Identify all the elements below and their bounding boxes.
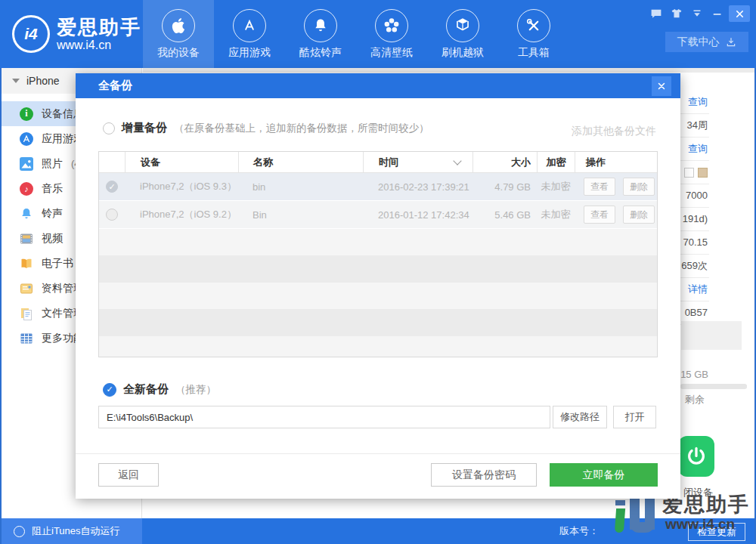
nav-wallpapers[interactable]: 高清壁纸: [356, 0, 427, 68]
window-controls: [647, 5, 750, 22]
color-swatch: [684, 168, 694, 178]
dialog-close-button[interactable]: [652, 76, 671, 96]
delete-button[interactable]: 删除: [623, 178, 655, 196]
view-button[interactable]: 查看: [584, 206, 615, 224]
minimize-icon[interactable]: [708, 5, 727, 22]
app-logo: i4 爱思助手 www.i4.cn: [12, 15, 141, 53]
chevron-down-icon: [12, 79, 20, 83]
col-encrypted: 加密: [537, 152, 575, 172]
fresh-backup-radio-checked[interactable]: ✓: [103, 383, 116, 397]
view-button[interactable]: 查看: [584, 178, 615, 196]
col-size: 大小: [472, 152, 537, 172]
tools-icon: [517, 9, 550, 42]
col-device: 设备: [125, 152, 238, 172]
col-name: 名称: [238, 152, 363, 172]
top-bar: i4 爱思助手 www.i4.cn 我的设备 应用游戏: [0, 0, 756, 68]
window-border-left: [0, 68, 2, 544]
close-icon: [656, 81, 667, 91]
delete-button[interactable]: 删除: [623, 206, 655, 224]
footer-divider: [76, 453, 680, 454]
modify-path-button[interactable]: 修改路径: [553, 406, 607, 428]
nav-label: 高清壁纸: [370, 46, 413, 60]
nav-label: 工具箱: [518, 46, 550, 60]
music-icon: ♪: [20, 182, 33, 196]
col-time-sort[interactable]: 时间: [363, 152, 472, 172]
close-icon[interactable]: [729, 5, 750, 22]
dialog-title-bar: 全备份: [76, 73, 680, 98]
full-backup-dialog: 全备份 增量备份 （在原备份基础上，追加新的备份数据，所需时间较少） 添加其他备…: [76, 73, 680, 499]
backup-now-button[interactable]: 立即备份: [550, 463, 658, 487]
feedback-icon[interactable]: [647, 5, 665, 22]
incremental-radio[interactable]: [103, 122, 115, 134]
row-time: 2016-02-23 17:39:21: [363, 181, 472, 193]
i4-watermark: 爱思助手 www.i4.cn: [615, 493, 750, 534]
row-device: iPhone7,2（iOS 9.3）: [125, 180, 238, 193]
row-encrypted: 未加密: [537, 180, 575, 193]
backup-path-input[interactable]: [98, 406, 550, 428]
row-encrypted: 未加密: [537, 208, 575, 221]
free-space-label: 剩余: [685, 393, 705, 406]
main-nav: 我的设备 应用游戏 酷炫铃声 高清壁纸: [143, 0, 569, 68]
nav-my-devices[interactable]: 我的设备: [143, 0, 214, 68]
backup-table: 设备 名称 时间 大小 加密 操作 ✓ iPhone7,2（iOS 9.3） b…: [98, 151, 658, 357]
data-icon: [20, 282, 33, 295]
row-radio-checked[interactable]: ✓: [106, 181, 118, 193]
appstore-icon: [233, 9, 266, 42]
fresh-backup-label: 全新备份: [123, 382, 169, 397]
i4-logo: i4: [12, 15, 50, 53]
shutdown-device-button[interactable]: [678, 436, 714, 477]
brand-url: www.i4.cn: [57, 38, 141, 52]
dialog-title: 全备份: [98, 79, 132, 93]
storage-progress-bar: [680, 384, 747, 389]
nav-label: 我的设备: [157, 46, 200, 60]
row-device: iPhone7,2（iOS 9.2）: [125, 208, 238, 221]
table-empty-row: [99, 255, 657, 283]
brand-name: 爱思助手: [57, 17, 141, 38]
row-radio[interactable]: [106, 209, 118, 221]
battery-diagram-fragment: [681, 321, 742, 350]
color-swatch: [698, 168, 708, 178]
video-icon: [20, 232, 33, 246]
add-backup-files-link[interactable]: 添加其他备份文件: [572, 125, 656, 138]
back-button[interactable]: 返回: [98, 463, 159, 487]
download-center-button[interactable]: 下载中心: [665, 32, 748, 52]
table-row[interactable]: iPhone7,2（iOS 9.2） Bin 2016-01-12 17:42:…: [99, 201, 657, 229]
files-icon: [20, 307, 33, 320]
nav-toolbox[interactable]: 工具箱: [498, 0, 569, 68]
row-size: 5.46 GB: [472, 209, 537, 221]
caret-down-icon: [453, 156, 461, 165]
radio-column-header: [99, 152, 125, 172]
table-header: 设备 名称 时间 大小 加密 操作: [99, 152, 657, 173]
table-empty-row: [99, 229, 657, 255]
row-name: Bin: [238, 209, 363, 221]
table-row[interactable]: ✓ iPhone7,2（iOS 9.3） bin 2016-02-23 17:3…: [99, 173, 657, 201]
incremental-backup-option[interactable]: 增量备份 （在原备份基础上，追加新的备份数据，所需时间较少）: [103, 121, 429, 135]
i4-logo-mark: [615, 493, 655, 534]
nav-ringtones[interactable]: 酷炫铃声: [285, 0, 356, 68]
ebook-icon: [20, 257, 33, 270]
open-folder-button[interactable]: 打开: [613, 406, 656, 428]
skin-icon[interactable]: [668, 5, 686, 22]
nav-apps-games[interactable]: 应用游戏: [214, 0, 285, 68]
incremental-label: 增量备份: [122, 121, 167, 135]
device-name: iPhone: [26, 75, 60, 87]
page-header-strip: [143, 68, 754, 73]
flower-icon: [375, 9, 408, 42]
incremental-hint: （在原备份基础上，追加新的备份数据，所需时间较少）: [174, 122, 429, 135]
ringtone-icon: [20, 207, 33, 221]
row-name: bin: [238, 181, 363, 193]
block-itunes-toggle[interactable]: 阻止iTunes自动运行: [0, 518, 142, 544]
power-icon: [685, 445, 708, 468]
fresh-backup-hint: （推荐）: [175, 383, 216, 397]
collapse-icon[interactable]: [688, 5, 706, 22]
nav-flash-jailbreak[interactable]: 刷机越狱: [427, 0, 498, 68]
app-window: i4 爱思助手 www.i4.cn 我的设备 应用游戏: [0, 0, 756, 544]
fresh-backup-option[interactable]: ✓ 全新备份 （推荐）: [103, 382, 216, 397]
apple-icon: [162, 9, 195, 42]
table-empty-row: [99, 283, 657, 309]
appstore-icon: [20, 132, 33, 146]
block-itunes-label: 阻止iTunes自动运行: [32, 524, 120, 538]
set-backup-password-button[interactable]: 设置备份密码: [431, 463, 537, 487]
nav-label: 酷炫铃声: [299, 46, 342, 60]
col-actions: 操作: [575, 152, 657, 172]
